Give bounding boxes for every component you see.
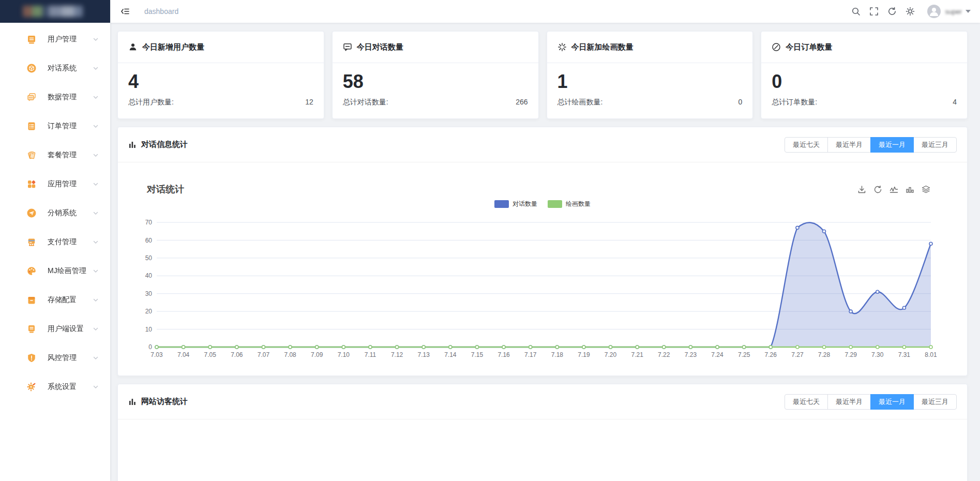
fullscreen-icon[interactable] [869, 7, 879, 16]
sidebar-item-label: 对话系统 [48, 64, 77, 73]
x-axis-label: 7.16 [497, 351, 510, 358]
storage-box-icon [26, 295, 37, 305]
x-axis-label: 7.20 [605, 351, 617, 358]
sidebar-item-11[interactable]: 用户端设置 [0, 314, 110, 343]
range-button[interactable]: 最近半月 [827, 394, 871, 410]
chart-area: 0102030405060707.037.047.057.067.077.087… [118, 162, 967, 375]
sidebar-item-8[interactable]: 支付管理 [0, 228, 110, 257]
sidebar-item-3[interactable]: 数据管理 [0, 83, 110, 112]
user-caret-down-icon[interactable] [966, 10, 971, 13]
sidebar-menu: 用户管理对话系统数据管理订单管理套餐管理应用管理分销系统支付管理MJ绘画管理存储… [0, 23, 110, 401]
stack-toggle-icon[interactable] [922, 185, 930, 194]
data-point [155, 345, 158, 349]
chat-icon [343, 42, 352, 52]
sidebar-item-label: 套餐管理 [48, 151, 77, 160]
y-axis-label: 50 [145, 254, 153, 262]
visitor-chart-area [118, 419, 967, 481]
x-axis-label: 7.27 [791, 351, 804, 358]
stat-total-value: 12 [305, 98, 313, 107]
order-list-icon [26, 121, 37, 131]
data-point [769, 345, 772, 349]
section-visitor-stats: 网站访客统计 最近七天最近半月最近一月最近三月 [117, 384, 968, 481]
sidebar-fold-icon[interactable] [120, 7, 130, 16]
stat-total-label: 总计用户数量: [128, 98, 174, 107]
stat-card-4: 今日订单数量0总计订单数量:4 [761, 31, 968, 119]
search-icon[interactable] [851, 7, 861, 16]
apps-grid-icon [26, 179, 37, 189]
series-area [157, 222, 931, 347]
sidebar-item-10[interactable]: 存储配置 [0, 285, 110, 314]
sidebar-item-label: 订单管理 [48, 122, 77, 131]
client-book-icon [26, 324, 37, 334]
sidebar-item-label: 风控管理 [48, 353, 77, 363]
restore-icon[interactable] [873, 185, 882, 194]
line-chart-toggle-icon[interactable] [889, 185, 898, 194]
topbar: dashboard [110, 0, 980, 23]
sidebar-item-4[interactable]: 订单管理 [0, 112, 110, 141]
x-axis-label: 7.11 [365, 351, 376, 358]
x-axis-label: 7.21 [631, 351, 643, 358]
sidebar-item-12[interactable]: 风控管理 [0, 343, 110, 372]
chevron-down-icon [93, 268, 99, 274]
sidebar-item-7[interactable]: 分销系统 [0, 199, 110, 228]
x-axis-label: 7.08 [284, 351, 296, 358]
range-button[interactable]: 最近三月 [913, 137, 957, 153]
chevron-down-icon [93, 210, 99, 216]
sidebar-item-1[interactable]: 用户管理 [0, 25, 110, 54]
sidebar-item-label: 分销系统 [48, 208, 77, 218]
legend-label: 对话数量 [512, 200, 537, 208]
stat-cards-row: 今日新增用户数量4总计用户数量:12今日对话数量58总计对话数量:266今日新加… [117, 31, 968, 119]
bar-chart-icon [128, 141, 137, 149]
refresh-icon[interactable] [887, 7, 897, 16]
x-axis-label: 8.01 [925, 351, 937, 358]
data-chat-icon [26, 92, 37, 102]
chevron-down-icon [93, 36, 99, 42]
data-point [475, 345, 478, 349]
breadcrumb[interactable]: dashboard [144, 7, 178, 16]
bar-chart-icon [128, 398, 137, 406]
range-button[interactable]: 最近七天 [785, 394, 828, 410]
data-point [449, 345, 452, 349]
data-point [902, 306, 906, 309]
range-button[interactable]: 最近一月 [870, 394, 914, 410]
range-button[interactable]: 最近七天 [785, 137, 828, 153]
stat-card-3: 今日新加绘画数量1总计绘画数量:0 [547, 31, 753, 119]
dialog-line-chart[interactable]: 0102030405060707.037.047.057.067.077.087… [118, 162, 968, 375]
data-point [396, 345, 399, 349]
x-axis-label: 7.18 [551, 351, 564, 358]
y-axis-label: 20 [145, 308, 153, 315]
range-button[interactable]: 最近三月 [913, 394, 957, 410]
data-point [823, 230, 826, 233]
sidebar-item-9[interactable]: MJ绘画管理 [0, 257, 110, 285]
y-axis-label: 70 [145, 219, 153, 226]
x-axis-label: 7.29 [845, 351, 857, 358]
stat-card-header: 今日新增用户数量 [118, 32, 324, 63]
sidebar-item-13[interactable]: 系统设置 [0, 372, 110, 401]
legend-label: 绘画数量 [566, 200, 591, 208]
sidebar-item-label: 系统设置 [48, 382, 77, 392]
user-avatar[interactable] [927, 5, 941, 18]
x-axis-label: 7.10 [338, 351, 350, 358]
range-button[interactable]: 最近一月 [870, 137, 914, 153]
username[interactable]: super [945, 8, 962, 16]
app-logo [23, 6, 83, 17]
theme-icon[interactable] [906, 7, 915, 16]
x-axis-label: 7.30 [871, 351, 884, 358]
data-point [929, 242, 932, 245]
x-axis-label: 7.14 [444, 351, 457, 358]
x-axis-label: 7.25 [738, 351, 750, 358]
chevron-down-icon [93, 355, 99, 361]
sidebar-item-6[interactable]: 应用管理 [0, 170, 110, 199]
sidebar-item-2[interactable]: 对话系统 [0, 54, 110, 83]
range-button[interactable]: 最近半月 [827, 137, 871, 153]
save-image-icon[interactable] [857, 185, 866, 194]
bar-chart-toggle-icon[interactable] [906, 185, 914, 194]
data-point [662, 345, 666, 349]
chevron-down-icon [93, 181, 99, 187]
data-point [208, 345, 212, 349]
legend-item[interactable]: 绘画数量 [548, 200, 591, 208]
legend-item[interactable]: 对话数量 [494, 200, 537, 208]
sidebar-item-5[interactable]: 套餐管理 [0, 141, 110, 170]
section-title: 网站访客统计 [128, 397, 188, 407]
x-axis-label: 7.17 [524, 351, 537, 358]
